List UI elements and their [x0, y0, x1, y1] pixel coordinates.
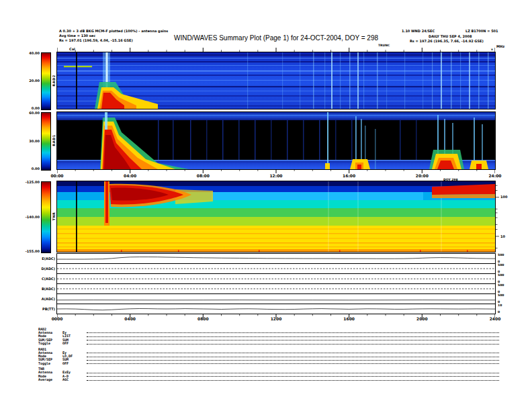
line-panel-right-bottom-label: 0	[498, 310, 500, 314]
line-panel-plot	[57, 264, 495, 273]
time-tick-label: 24:00	[488, 173, 501, 178]
tnr-right-tick-100: 100	[500, 195, 507, 199]
line-panel-right-top-label: 500	[498, 283, 504, 287]
colorbar-tick-label: 30.00	[29, 139, 40, 143]
line-panel-right-top-label: 10	[498, 304, 502, 307]
footer-dot-leader	[87, 355, 499, 357]
line-panel-right-top-label: 500	[498, 253, 504, 257]
rad2-spectrogram	[57, 52, 495, 109]
tnr-right-tick-10: 10	[500, 234, 505, 238]
top-time-axis-ticks	[57, 48, 495, 52]
line-panel-row: PB(TT)100	[57, 304, 495, 314]
footer-dot-leader	[87, 334, 499, 337]
tnr-colorbar-ticks: -125.00-140.00-155.00	[19, 181, 40, 252]
rad2-spectrogram-panel	[56, 52, 496, 109]
line-panel-label: C(ADC)	[25, 277, 55, 281]
wind-waves-summary-plot: A 0.30 + 3 dB BKG MCM-F plotted (100%) -…	[0, 0, 532, 411]
line-panel-plot	[57, 274, 495, 283]
time-tick-label: 00:00	[50, 173, 63, 178]
line-panel-label: PB(TT)	[25, 307, 55, 311]
footer-dot-leader	[87, 342, 499, 345]
line-panel-row: B(ADC)5000	[57, 284, 495, 294]
footer-dot-leader	[87, 371, 499, 373]
footer-attr-value: AGC	[62, 377, 85, 381]
footer-attr-label: Toggle	[38, 341, 62, 345]
mini-time-tick-label: 1600	[343, 316, 355, 321]
trunc-label: TRUNC	[378, 44, 390, 47]
footer-attr-label: Toggle	[38, 361, 62, 365]
time-tick-label: 04:00	[124, 173, 136, 178]
header-right-position: Rs = 197.26 (196.35, 7.66, -14.92 GSE)	[410, 39, 484, 43]
colorbar-tick-label: 40.00	[29, 51, 40, 55]
footer-attr-label: Average	[38, 377, 62, 381]
rad1-spectrogram-panel	[56, 111, 496, 170]
mhz-unit-label: MHz	[496, 44, 504, 48]
mini-time-tick-label: 0400	[124, 316, 136, 321]
footer-dot-leader	[87, 358, 499, 361]
line-panel-row: E(ADC)5000	[57, 254, 495, 264]
line-panel-plot	[57, 284, 495, 293]
colorbar-tick-label: 20.00	[29, 79, 40, 83]
mini-time-axis-labels: 0000040008001200160020002400	[57, 316, 500, 322]
footer-gap	[38, 381, 500, 383]
header-right-date: DAILY THU SEP 4, 2008	[429, 34, 472, 38]
mini-time-tick-label: 2000	[416, 316, 428, 321]
footer-attr-value: OFF	[62, 341, 85, 345]
footer-dot-leader	[87, 330, 499, 333]
line-panel-label: D(ADC)	[25, 267, 55, 271]
colorbar-tick-label: -155.00	[26, 249, 40, 253]
rad2-panel-label: RAD2	[52, 75, 56, 86]
tnr-colorbar	[41, 181, 51, 253]
header-left-line1: A 0.30 + 3 dB BKG MCM-F plotted (100%) -…	[59, 29, 168, 33]
footer-attr-value: OFF	[62, 361, 85, 365]
rad1-panel-label: RAD1	[52, 134, 56, 146]
rad2-colorbar-ticks: 40.0020.000.00	[19, 52, 40, 109]
header-right-version: 1.10 WND 24/SEC	[402, 29, 435, 33]
main-time-axis-labels: DOY 298 00:0004:0008:0012:0016:0020:0024…	[57, 173, 500, 179]
tnr-right-axis-ticks	[496, 181, 501, 252]
line-panel-plot	[57, 294, 495, 304]
mini-time-tick-label: 2400	[490, 316, 501, 321]
colorbar-tick-label: 0.00	[32, 167, 40, 171]
rad2-colorbar	[41, 52, 51, 110]
mini-time-tick-label: 0800	[197, 316, 209, 321]
footer-dot-leader	[87, 378, 499, 381]
line-panel-plot	[57, 254, 495, 263]
colorbar-tick-label: 60.00	[29, 111, 40, 115]
line-panel-right-top-label: 500	[498, 293, 504, 297]
housekeeping-line-panels: E(ADC)5000D(ADC)5000C(ADC)5000B(ADC)5000…	[56, 253, 496, 314]
header-right-code: LZ B1700N = 501	[466, 29, 498, 33]
rad1-spectrogram	[57, 112, 495, 169]
footer-dot-leader	[87, 374, 499, 377]
line-panel-plot	[57, 304, 495, 314]
colorbar-tick-label: -125.00	[26, 180, 40, 184]
colorbar-tick-label: -140.00	[26, 215, 40, 219]
time-tick-label: 16:00	[343, 173, 355, 178]
tnr-spectrogram-panel	[56, 181, 496, 253]
line-panel-label: B(ADC)	[25, 287, 55, 291]
line-panel-right-top-label: 500	[498, 263, 504, 267]
tnr-spectrogram	[57, 181, 495, 252]
line-panel-right-top-label: 500	[498, 273, 504, 277]
mini-time-tick-label: 1200	[271, 316, 282, 321]
line-panel-row: C(ADC)5000	[57, 274, 495, 284]
tnr-panel-label: TNR	[52, 212, 56, 221]
footer-dot-leader	[87, 351, 499, 353]
time-tick-label: 12:00	[269, 173, 282, 178]
rad1-colorbar-ticks: 60.0030.000.00	[19, 112, 40, 169]
rad1-colorbar	[41, 112, 51, 171]
mini-time-tick-label: 0000	[52, 316, 63, 321]
doy-label: DOY 298	[443, 178, 458, 181]
footer-dot-leader	[87, 361, 499, 364]
line-panel-row: A(ADC)5000	[57, 294, 495, 304]
colorbar-tick-label: 0.00	[32, 106, 40, 110]
time-tick-label: 08:00	[197, 173, 210, 178]
line-panel-row: D(ADC)5000	[57, 264, 495, 274]
receiver-status-block: RAD2AntennaEyModeLISTSUM/SEPSUMToggleOFF…	[38, 327, 500, 383]
footer-dot-leader	[87, 338, 499, 340]
line-panel-label: E(ADC)	[25, 257, 55, 261]
time-tick-label: 20:00	[416, 173, 429, 178]
line-panel-label: A(ADC)	[25, 297, 55, 301]
